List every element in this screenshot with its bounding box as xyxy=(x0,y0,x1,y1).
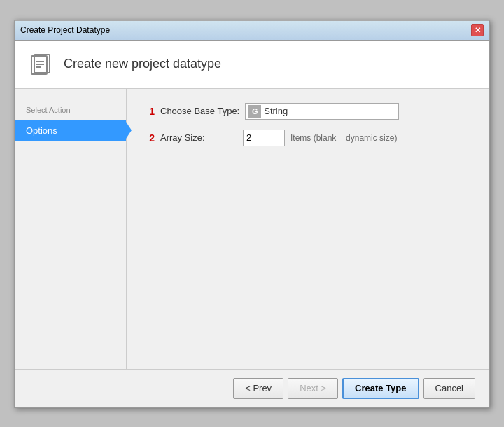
footer-section: < Prev Next > Create Type Cancel xyxy=(15,369,489,407)
body-section: Select Action Options 1 Choose Base Type… xyxy=(15,89,489,369)
main-content: 1 Choose Base Type: G String 2 Array Siz… xyxy=(127,89,489,369)
step1-input-container: G String xyxy=(245,103,399,120)
sidebar-item-label: Options xyxy=(26,125,57,136)
prev-button[interactable]: < Prev xyxy=(233,378,284,399)
header-title: Create new project datatype xyxy=(64,57,221,71)
type-value: String xyxy=(264,106,396,116)
next-button[interactable]: Next > xyxy=(288,378,338,399)
header-section: Create new project datatype xyxy=(15,41,489,89)
close-button[interactable]: ✕ xyxy=(471,24,484,36)
step1-row: 1 Choose Base Type: G String xyxy=(144,103,472,120)
header-icon xyxy=(29,52,54,77)
type-icon: G xyxy=(248,105,261,118)
step2-input-container: Items (blank = dynamic size) xyxy=(243,130,397,146)
step1-label: Choose Base Type: xyxy=(160,106,239,116)
sidebar-label: Select Action xyxy=(15,103,126,120)
step2-number: 2 xyxy=(144,132,155,144)
cancel-button[interactable]: Cancel xyxy=(424,378,475,399)
step2-label: Array Size: xyxy=(160,132,237,143)
dialog-window: Create Project Datatype ✕ Create new pro… xyxy=(14,20,490,408)
array-size-hint: Items (blank = dynamic size) xyxy=(290,133,397,143)
array-size-input[interactable] xyxy=(243,130,285,146)
title-bar-text: Create Project Datatype xyxy=(20,25,110,35)
sidebar: Select Action Options xyxy=(15,89,127,369)
step1-number: 1 xyxy=(144,106,155,117)
title-bar: Create Project Datatype ✕ xyxy=(15,21,489,41)
create-type-button[interactable]: Create Type xyxy=(342,378,419,399)
sidebar-item-options[interactable]: Options xyxy=(15,120,126,141)
base-type-select[interactable]: G String xyxy=(245,103,399,120)
step2-row: 2 Array Size: Items (blank = dynamic siz… xyxy=(144,130,472,146)
